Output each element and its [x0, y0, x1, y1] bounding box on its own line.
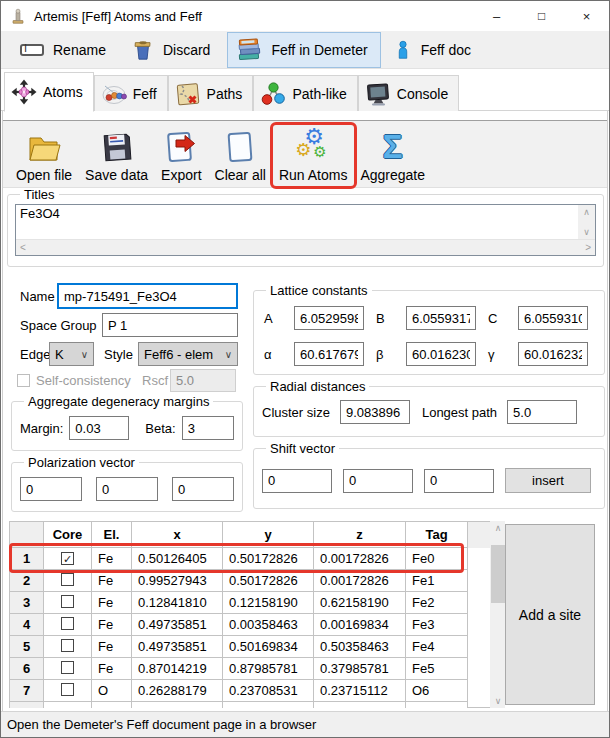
tab-console[interactable]: Console — [358, 75, 459, 111]
export-icon — [164, 130, 198, 164]
beta-label: Beta: — [145, 421, 175, 436]
header-tag: Tag — [406, 522, 468, 548]
export-button[interactable]: Export — [158, 126, 204, 185]
style-label: Style — [104, 347, 133, 362]
core-checkbox[interactable] — [61, 661, 74, 674]
run-atoms-button[interactable]: ⚙ ⚙ ⚙ Run Atoms — [276, 126, 350, 185]
table-vertical-scrollbar[interactable]: ∧ ∨ — [490, 521, 505, 708]
scroll-left-icon[interactable]: < — [20, 242, 26, 253]
style-select[interactable]: Feff6 - elem ∨ — [138, 342, 238, 366]
space-group-label: Space Group — [20, 318, 97, 333]
trash-icon — [132, 38, 154, 62]
polarization-x-input[interactable] — [20, 477, 82, 501]
tab-feff[interactable]: Feff — [94, 75, 168, 111]
atoms-icon — [11, 79, 37, 105]
shift-x-input[interactable] — [262, 469, 332, 493]
core-checkbox[interactable]: ✓ — [61, 552, 74, 565]
name-label: Name — [20, 289, 55, 304]
margin-input[interactable] — [69, 416, 129, 440]
scroll-right-icon[interactable]: > — [585, 242, 591, 253]
scroll-down-icon[interactable]: ∨ — [490, 696, 505, 706]
radial-distances-legend: Radial distances — [266, 379, 369, 394]
core-checkbox[interactable] — [61, 639, 74, 652]
save-data-button[interactable]: Save data — [82, 126, 151, 185]
atoms-tab-panel: Open file Save data Export — [2, 111, 608, 711]
minimize-button[interactable]: – — [474, 1, 519, 31]
blank-page-icon — [223, 130, 257, 164]
edge-select[interactable]: K ∨ — [49, 342, 94, 366]
titles-vertical-scrollbar[interactable]: ∧ ∨ — [578, 205, 595, 239]
open-file-button[interactable]: Open file — [13, 126, 75, 185]
scroll-up-icon[interactable]: ∧ — [490, 523, 505, 533]
clear-all-button[interactable]: Clear all — [212, 126, 269, 185]
app-icon — [10, 8, 26, 24]
cluster-size-label: Cluster size — [262, 405, 330, 420]
name-input[interactable] — [57, 283, 238, 309]
lattice-constants-legend: Lattice constants — [266, 283, 372, 298]
scroll-down-icon[interactable]: ∨ — [583, 227, 590, 237]
sites-table: Core El. x y z Tag 1 ✓ Fe 0.50126405 0.5… — [9, 521, 468, 708]
shift-z-input[interactable] — [424, 469, 494, 493]
maximize-button[interactable]: □ — [519, 1, 564, 31]
polarization-z-input[interactable] — [172, 477, 234, 501]
space-group-input[interactable] — [102, 313, 238, 337]
table-row: 2 Fe 0.99527943 0.50172826 0.00172826 Fe… — [10, 570, 468, 592]
lattice-alpha-input[interactable] — [294, 342, 364, 366]
insert-button[interactable]: insert — [505, 468, 591, 493]
titles-horizontal-scrollbar[interactable]: < > — [16, 239, 595, 255]
core-checkbox[interactable] — [61, 617, 74, 630]
core-checkbox[interactable] — [61, 595, 74, 608]
table-row-partial — [10, 702, 468, 709]
table-row: 3 Fe 0.12841810 0.12158190 0.62158190 Fe… — [10, 592, 468, 614]
lattice-b-input[interactable] — [406, 306, 476, 330]
scrollbar-thumb[interactable] — [491, 545, 505, 603]
lattice-gamma-input[interactable] — [518, 342, 588, 366]
shift-y-input[interactable] — [343, 469, 413, 493]
header-x: x — [132, 522, 223, 548]
core-checkbox[interactable] — [61, 573, 74, 586]
aggregate-button[interactable]: Σ Aggregate — [357, 126, 428, 185]
add-a-site-button[interactable]: Add a site — [505, 524, 595, 705]
core-checkbox[interactable] — [61, 683, 74, 696]
table-row: 7 O 0.26288179 0.23708531 0.23715112 O6 — [10, 680, 468, 702]
tab-atoms[interactable]: Atoms — [4, 72, 94, 112]
beta-input[interactable] — [182, 416, 234, 440]
books-icon — [236, 37, 262, 63]
lattice-constants-group: Lattice constants A B C α β γ — [253, 283, 605, 375]
titles-legend: Titles — [20, 187, 59, 202]
longest-path-label: Longest path — [422, 405, 497, 420]
lattice-alpha-label: α — [264, 347, 282, 362]
table-header-filler — [468, 521, 490, 708]
tab-paths[interactable]: Paths — [168, 75, 254, 111]
discard-button[interactable]: Discard — [123, 33, 223, 67]
feff-doc-button[interactable]: Feff doc — [385, 33, 484, 67]
lattice-a-input[interactable] — [294, 306, 364, 330]
app-window: Artemis [Feff] Atoms and Feff – □ × Rena… — [0, 0, 610, 738]
scroll-up-icon[interactable]: ∧ — [583, 207, 590, 217]
main-toolbar: Rename Discard Feff in Demeter — [1, 31, 609, 69]
tab-path-like[interactable]: Path-like — [253, 75, 357, 111]
sigma-icon: Σ — [383, 130, 403, 163]
margin-label: Margin: — [20, 421, 63, 436]
lattice-gamma-label: γ — [488, 347, 506, 362]
polarization-y-input[interactable] — [96, 477, 158, 501]
close-button[interactable]: × — [564, 1, 609, 31]
self-consistency-label: Self-consistency — [36, 373, 131, 388]
rename-button[interactable]: Rename — [11, 37, 119, 63]
lattice-c-label: C — [488, 311, 506, 326]
feff-in-demeter-button[interactable]: Feff in Demeter — [227, 32, 380, 68]
rscf-input[interactable] — [170, 369, 236, 392]
aggregate-margins-group: Aggregate degeneracy margins Margin: Bet… — [11, 394, 243, 451]
table-row: 1 ✓ Fe 0.50126405 0.50172826 0.00172826 … — [10, 548, 468, 570]
lattice-c-input[interactable] — [518, 306, 588, 330]
header-el: El. — [92, 522, 132, 548]
longest-path-input[interactable] — [507, 400, 577, 424]
edge-label: Edge — [20, 347, 50, 362]
lattice-beta-input[interactable] — [406, 342, 476, 366]
titles-textarea[interactable]: Fe3O4 — [20, 206, 577, 238]
header-core: Core — [44, 522, 92, 548]
cluster-size-input[interactable] — [340, 400, 410, 424]
shift-vector-group: Shift vector insert — [253, 441, 605, 509]
self-consistency-checkbox[interactable] — [17, 374, 30, 387]
shift-vector-legend: Shift vector — [266, 441, 339, 456]
